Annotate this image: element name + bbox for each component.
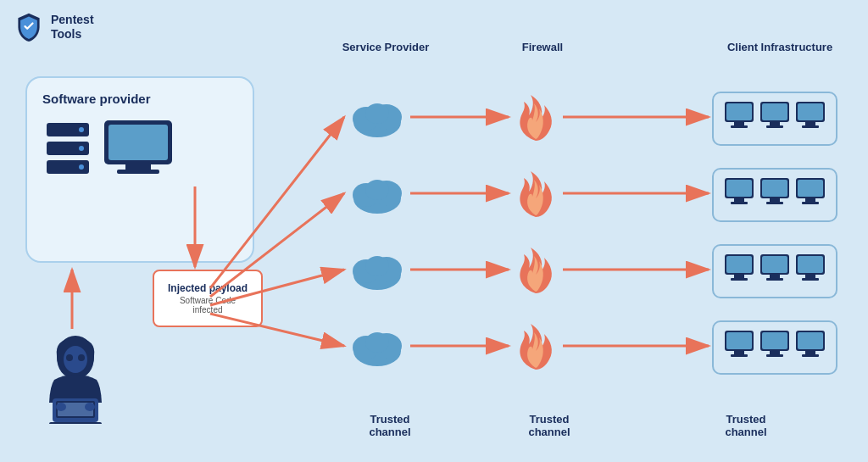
monitor-1b-icon	[759, 100, 791, 137]
svg-point-13	[78, 354, 85, 361]
svg-point-19	[85, 403, 95, 411]
monitor-group-3	[712, 244, 837, 298]
svg-rect-9	[117, 170, 159, 174]
monitor-3b-icon	[759, 253, 791, 290]
svg-rect-59	[802, 202, 819, 204]
injected-payload-subtitle: Software Codeinfected	[180, 296, 236, 314]
monitor-1c-icon	[794, 100, 826, 137]
service-provider-header: Service Provider	[331, 41, 441, 53]
monitor-icon	[100, 116, 176, 184]
flame-3-icon	[512, 244, 559, 300]
svg-point-4	[79, 146, 84, 151]
cloud-svg-4	[348, 324, 407, 368]
svg-rect-81	[798, 332, 823, 349]
software-provider-title: Software provider	[42, 92, 151, 106]
svg-rect-7	[108, 125, 168, 160]
monitor-2b-icon	[759, 176, 791, 214]
svg-rect-65	[762, 256, 787, 273]
server-icon	[42, 116, 93, 184]
flame-2-icon	[512, 168, 559, 224]
cloud-svg-2	[348, 171, 407, 215]
svg-point-35	[365, 332, 389, 353]
svg-rect-62	[734, 275, 744, 278]
svg-rect-51	[731, 202, 748, 204]
svg-rect-78	[770, 351, 780, 354]
svg-rect-58	[805, 198, 815, 202]
svg-rect-69	[798, 256, 823, 273]
trusted-label-1: Trustedchannel	[356, 413, 424, 438]
monitor-3a-icon	[723, 253, 755, 290]
cloud-svg-1	[348, 95, 407, 139]
svg-rect-75	[731, 354, 748, 357]
software-provider-box: Software provider	[25, 76, 254, 263]
svg-point-12	[66, 354, 73, 361]
svg-rect-57	[798, 180, 823, 197]
svg-rect-42	[770, 122, 780, 125]
svg-rect-43	[766, 125, 783, 128]
flame-svg-2	[512, 168, 559, 220]
svg-rect-82	[805, 351, 815, 354]
svg-rect-66	[770, 275, 780, 278]
monitor-4b-icon	[759, 329, 791, 366]
svg-rect-41	[762, 103, 787, 120]
svg-rect-74	[734, 351, 744, 354]
svg-rect-61	[726, 256, 752, 273]
svg-point-31	[365, 256, 389, 276]
flame-1-icon	[512, 92, 559, 148]
monitor-4c-icon	[794, 329, 826, 366]
svg-rect-47	[802, 125, 819, 128]
logo-text: PentestTools	[51, 13, 94, 42]
monitor-4a-icon	[723, 329, 755, 366]
trusted-label-3: Trustedchannel	[712, 413, 780, 438]
svg-rect-71	[802, 278, 819, 281]
svg-rect-45	[798, 103, 823, 120]
svg-rect-63	[731, 278, 748, 281]
provider-icons	[42, 116, 176, 184]
monitor-group-2	[712, 168, 837, 222]
client-infrastructure-header: Client Infrastructure	[712, 41, 848, 53]
svg-rect-54	[770, 198, 780, 202]
svg-rect-70	[805, 275, 815, 278]
monitor-1a-icon	[723, 100, 755, 137]
svg-rect-73	[726, 332, 752, 349]
cloud-1-icon	[348, 95, 407, 142]
cloud-4-icon	[348, 324, 407, 371]
flame-svg-4	[512, 320, 559, 373]
svg-rect-83	[802, 354, 819, 357]
monitor-2a-icon	[723, 176, 755, 214]
monitor-2c-icon	[794, 176, 826, 214]
svg-rect-55	[766, 202, 783, 204]
flame-svg-3	[512, 244, 559, 297]
svg-point-5	[79, 164, 84, 170]
svg-point-27	[365, 180, 389, 200]
logo: PentestTools	[14, 12, 94, 42]
svg-rect-49	[726, 180, 752, 197]
svg-rect-8	[125, 164, 151, 170]
svg-rect-53	[762, 180, 787, 197]
svg-rect-37	[726, 103, 752, 120]
monitor-group-1	[712, 92, 837, 146]
svg-rect-38	[734, 122, 744, 125]
injected-payload-box: Injected payload Software Codeinfected	[153, 270, 263, 327]
svg-rect-77	[762, 332, 787, 349]
svg-rect-17	[49, 422, 102, 424]
hacker-icon	[37, 331, 114, 424]
svg-rect-39	[731, 125, 748, 128]
cloud-3-icon	[348, 248, 407, 295]
svg-point-18	[56, 403, 66, 411]
cloud-svg-3	[348, 248, 407, 292]
flame-svg-1	[512, 92, 559, 144]
monitor-group-4	[712, 320, 837, 375]
injected-payload-title: Injected payload	[168, 282, 248, 294]
logo-shield-icon	[14, 12, 44, 42]
hacker-figure	[37, 331, 114, 427]
svg-point-3	[79, 127, 84, 132]
firewall-header: Firewall	[500, 41, 585, 53]
svg-rect-67	[766, 278, 783, 281]
svg-point-23	[365, 103, 389, 124]
svg-rect-46	[805, 122, 815, 125]
flame-4-icon	[512, 320, 559, 376]
trusted-label-2: Trustedchannel	[515, 413, 583, 438]
svg-rect-50	[734, 198, 744, 202]
cloud-2-icon	[348, 171, 407, 219]
